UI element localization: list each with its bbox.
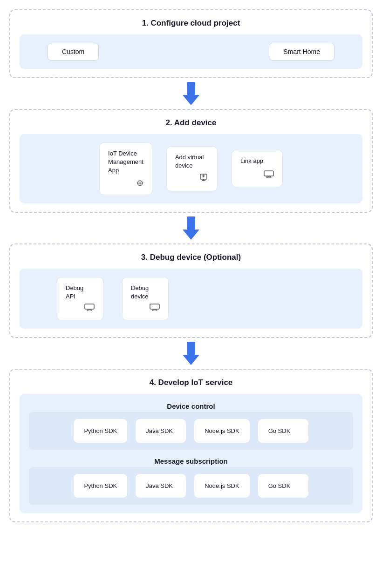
arrow2-head — [183, 230, 199, 240]
section3-title: 3. Debug device (Optional) — [20, 253, 362, 262]
link-app-label: Link app — [240, 157, 263, 165]
section1-wrapper: 1. Configure cloud project Custom Smart … — [9, 9, 373, 78]
device-control-title: Device control — [29, 402, 353, 410]
iot-device-icon: ⊕ — [136, 178, 143, 188]
arrow3-head — [183, 355, 199, 365]
device-control-sdk-row: Python SDK Java SDK Node.js SDK Go SDK — [29, 412, 353, 450]
device-control-subsection: Device control Python SDK Java SDK Node.… — [29, 402, 353, 450]
section4-inner: Device control Python SDK Java SDK Node.… — [20, 394, 362, 513]
arrow2 — [183, 216, 199, 240]
ms-java-sdk[interactable]: Java SDK — [135, 473, 186, 498]
arrow3-shaft — [187, 342, 195, 355]
ms-nodejs-sdk[interactable]: Node.js SDK — [194, 473, 250, 498]
section1-title: 1. Configure cloud project — [20, 19, 362, 28]
debug-api-icon — [84, 304, 95, 313]
message-subscription-subsection: Message subscription Python SDK Java SDK… — [29, 457, 353, 505]
add-virtual-icon — [199, 173, 209, 184]
section1-inner: Custom Smart Home — [20, 34, 362, 69]
debug-device-icon — [150, 304, 160, 313]
section3-wrapper: 3. Debug device (Optional) DebugAPI Debu… — [9, 243, 373, 338]
arrow1-head — [183, 95, 199, 105]
arrow1 — [183, 82, 199, 105]
section4-wrapper: 4. Develop IoT service Device control Py… — [9, 369, 373, 522]
iot-device-card[interactable]: IoT DeviceManagementApp ⊕ — [99, 142, 152, 195]
ms-go-sdk[interactable]: Go SDK — [258, 473, 309, 498]
dc-nodejs-sdk[interactable]: Node.js SDK — [194, 419, 250, 443]
section4-title: 4. Develop IoT service — [20, 378, 362, 387]
section2-title: 2. Add device — [20, 118, 362, 128]
link-app-card[interactable]: Link app — [232, 150, 283, 187]
smart-home-button[interactable]: Smart Home — [269, 43, 334, 61]
svg-point-9 — [87, 310, 92, 311]
svg-point-12 — [152, 310, 157, 311]
link-app-icon — [264, 170, 274, 180]
section3-inner: DebugAPI Debugdevice — [20, 269, 362, 329]
section2-wrapper: 2. Add device IoT DeviceManagementApp ⊕ … — [9, 109, 373, 213]
debug-device-card[interactable]: Debugdevice — [122, 277, 169, 320]
add-virtual-card[interactable]: Add virtualdevice — [166, 146, 218, 191]
ms-python-sdk[interactable]: Python SDK — [73, 473, 128, 498]
custom-button[interactable]: Custom — [48, 43, 99, 61]
svg-rect-8 — [85, 304, 94, 309]
message-subscription-title: Message subscription — [29, 457, 353, 465]
svg-point-6 — [266, 176, 271, 178]
debug-api-card[interactable]: DebugAPI — [57, 277, 103, 320]
dc-java-sdk[interactable]: Java SDK — [135, 419, 186, 443]
add-virtual-label: Add virtualdevice — [175, 153, 204, 170]
section2-inner: IoT DeviceManagementApp ⊕ Add virtualdev… — [20, 134, 362, 203]
arrow1-shaft — [187, 82, 195, 95]
svg-rect-5 — [264, 171, 273, 176]
dc-python-sdk[interactable]: Python SDK — [73, 419, 128, 443]
message-subscription-sdk-row: Python SDK Java SDK Node.js SDK Go SDK — [29, 467, 353, 505]
debug-api-label: DebugAPI — [66, 284, 83, 301]
arrow3 — [183, 342, 199, 365]
svg-rect-11 — [150, 304, 159, 309]
iot-device-label: IoT DeviceManagementApp — [108, 149, 143, 175]
arrow2-shaft — [187, 216, 195, 230]
debug-device-label: Debugdevice — [131, 284, 149, 301]
dc-go-sdk[interactable]: Go SDK — [258, 419, 309, 443]
